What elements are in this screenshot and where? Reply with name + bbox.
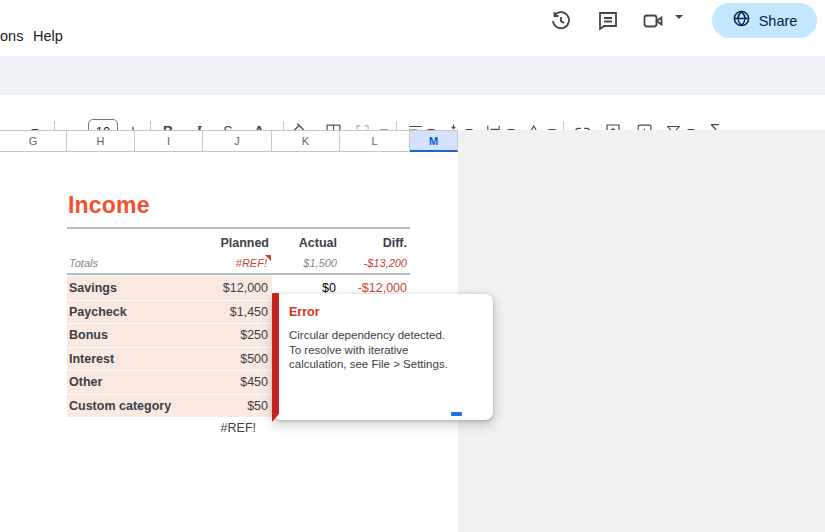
version-history-icon[interactable] <box>548 8 574 34</box>
row-label: Interest <box>69 352 114 366</box>
header-actual[interactable]: Actual <box>272 236 337 252</box>
error-tooltip-title: Error <box>289 305 481 319</box>
share-access-globe-icon <box>732 9 751 32</box>
header-planned[interactable]: Planned <box>203 236 269 252</box>
row-planned-value: $450 <box>240 375 268 389</box>
out-of-grid-area <box>458 130 825 532</box>
error-corner-marker <box>265 255 271 261</box>
video-call-dropdown-caret[interactable] <box>675 19 683 37</box>
error-tooltip-line: calculation, see File > Settings. <box>289 357 481 372</box>
error-tooltip-line: Circular dependency detected. <box>289 328 481 343</box>
table-row[interactable]: Custom category $50 <box>67 394 272 418</box>
menu-item-help[interactable]: Help <box>33 28 63 44</box>
row-label: Savings <box>69 281 117 295</box>
column-header-k[interactable]: K <box>272 131 340 151</box>
sheets-app: ons Help Share − <box>0 0 825 532</box>
column-header-g[interactable]: G <box>0 131 67 151</box>
video-call-icon[interactable] <box>640 8 666 34</box>
formatting-toolbar: − 10 + B I S A <box>0 56 825 95</box>
table-row[interactable]: Bonus $250 <box>67 323 272 347</box>
table-row[interactable]: Other $450 <box>67 370 272 394</box>
totals-diff[interactable]: -$13,200 <box>340 257 407 271</box>
income-category-rows: Savings $12,000 Paycheck $1,450 Bonus $2… <box>67 276 272 417</box>
totals-underline <box>67 273 410 275</box>
column-header-row: G H I J K L M <box>0 130 458 152</box>
totals-label[interactable]: Totals <box>69 257 129 271</box>
column-header-l[interactable]: L <box>340 131 410 151</box>
error-cell-indicator-bar <box>272 293 279 414</box>
column-header-i[interactable]: I <box>135 131 203 151</box>
error-tooltip: Error Circular dependency detected. To r… <box>273 294 493 420</box>
footer-ref-error-cell[interactable]: #REF! <box>203 421 256 435</box>
column-header-h[interactable]: H <box>67 131 135 151</box>
row-planned-value: $500 <box>240 352 268 366</box>
column-header-j[interactable]: J <box>203 131 272 151</box>
error-tooltip-line: To resolve with iterative <box>289 343 481 358</box>
totals-actual[interactable]: $1,500 <box>272 257 337 271</box>
table-row[interactable]: Savings $12,000 <box>67 276 272 300</box>
menu-item-extensions[interactable]: ons <box>0 28 23 44</box>
savings-actual-cell[interactable]: $0 <box>272 281 336 295</box>
row-label: Other <box>69 375 102 389</box>
income-title-cell[interactable]: Income <box>68 192 150 219</box>
row-planned-value: $1,450 <box>230 305 268 319</box>
row-label: Custom category <box>69 399 171 413</box>
table-row[interactable]: Paycheck $1,450 <box>67 300 272 324</box>
share-button-label: Share <box>759 13 798 29</box>
row-label: Bonus <box>69 328 108 342</box>
selection-fill-handle[interactable] <box>451 412 462 416</box>
row-planned-value: $50 <box>247 399 268 413</box>
title-underline <box>67 227 410 229</box>
comment-icon[interactable] <box>595 8 621 34</box>
savings-diff-cell[interactable]: -$12,000 <box>340 281 407 295</box>
row-planned-value: $12,000 <box>223 281 268 295</box>
header-diff[interactable]: Diff. <box>340 236 407 252</box>
totals-planned-ref-error[interactable]: #REF! <box>203 257 267 271</box>
share-button[interactable]: Share <box>712 3 817 38</box>
row-planned-value: $250 <box>240 328 268 342</box>
error-cell-indicator-arrow <box>272 414 279 422</box>
table-row[interactable]: Interest $500 <box>67 347 272 371</box>
column-header-m-selected[interactable]: M <box>410 131 458 152</box>
row-label: Paycheck <box>69 305 127 319</box>
